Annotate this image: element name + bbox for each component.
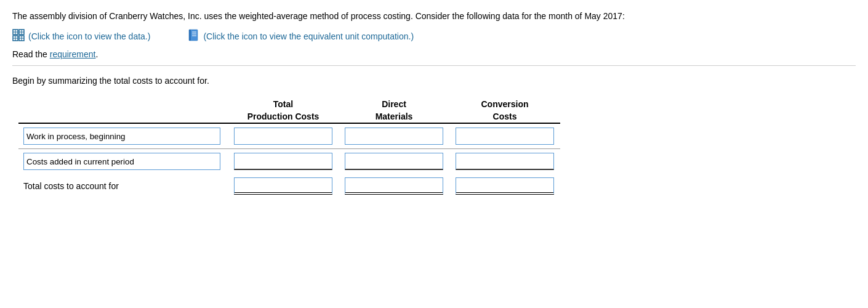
costs-added-conversion-input[interactable] [456, 153, 554, 170]
wip-beginning-total-input[interactable] [234, 128, 332, 145]
grid-icon [12, 29, 25, 43]
intro-paragraph: The assembly division of Cranberry Watch… [12, 10, 856, 23]
header-conversion-col: Conversion [449, 98, 560, 110]
table-row [18, 123, 560, 149]
costs-added-label-cell [18, 149, 228, 174]
requirement-link[interactable]: requirement [50, 49, 96, 59]
header-direct-col: Direct [339, 98, 449, 110]
total-costs-direct-cell [339, 174, 449, 197]
data-icon-link[interactable]: (Click the icon to view the data.) [12, 29, 150, 43]
wip-beginning-label-input[interactable] [23, 128, 220, 145]
costs-added-label-input[interactable] [23, 153, 220, 170]
equiv-unit-icon-label: (Click the icon to view the equivalent u… [203, 31, 414, 41]
header-label-col-1 [18, 98, 228, 110]
section-divider [12, 65, 856, 66]
requirement-prefix: Read the [12, 49, 50, 59]
costs-added-direct-cell [339, 149, 449, 174]
costs-added-total-input[interactable] [234, 153, 332, 170]
book-icon [187, 29, 199, 43]
wip-beginning-conversion-cell [449, 123, 560, 149]
total-costs-conversion-cell [449, 174, 560, 197]
requirement-row: Read the requirement. [12, 49, 856, 59]
requirement-suffix: . [95, 49, 98, 59]
total-costs-total-input[interactable] [234, 177, 332, 195]
total-costs-label: Total costs to account for [23, 181, 119, 191]
costs-added-conversion-cell [449, 149, 560, 174]
header-production-costs: Production Costs [228, 110, 339, 123]
header-label-col-2 [18, 110, 228, 123]
header-costs: Costs [449, 110, 560, 123]
total-costs-total-cell [228, 174, 339, 197]
header-materials: Materials [339, 110, 449, 123]
wip-beginning-direct-cell [339, 123, 449, 149]
data-icon-label: (Click the icon to view the data.) [28, 31, 150, 41]
costs-added-total-cell [228, 149, 339, 174]
total-costs-direct-input[interactable] [345, 177, 443, 195]
svg-rect-13 [189, 30, 191, 41]
total-costs-conversion-input[interactable] [456, 177, 554, 195]
cost-table: Total Direct Conversion Production Costs… [18, 98, 560, 197]
wip-beginning-conversion-input[interactable] [456, 128, 554, 145]
total-costs-label-cell: Total costs to account for [18, 174, 228, 197]
equiv-unit-icon-link[interactable]: (Click the icon to view the equivalent u… [187, 29, 414, 43]
summarize-instruction: Begin by summarizing the total costs to … [12, 76, 856, 86]
table-row [18, 149, 560, 174]
icon-row: (Click the icon to view the data.) (Clic… [12, 29, 856, 43]
wip-beginning-direct-input[interactable] [345, 128, 443, 145]
header-total-col: Total [228, 98, 339, 110]
table-row: Total costs to account for [18, 174, 560, 197]
costs-added-direct-input[interactable] [345, 153, 443, 170]
wip-beginning-label-cell [18, 123, 228, 149]
wip-beginning-total-cell [228, 123, 339, 149]
cost-table-wrapper: Total Direct Conversion Production Costs… [12, 98, 856, 197]
